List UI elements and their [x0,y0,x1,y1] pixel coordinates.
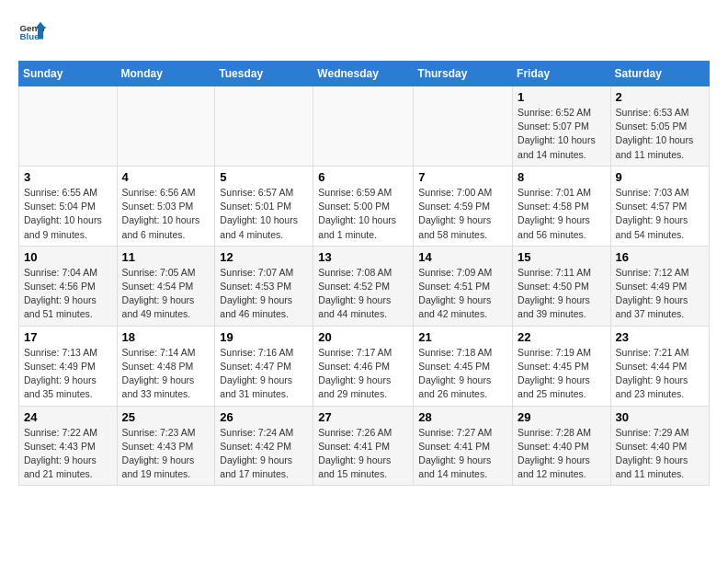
day-number: 2 [616,90,704,104]
day-number: 8 [518,170,606,184]
day-info: Sunrise: 6:53 AM Sunset: 5:05 PM Dayligh… [616,106,704,162]
calendar-table: SundayMondayTuesdayWednesdayThursdayFrid… [18,61,710,486]
day-info: Sunrise: 7:17 AM Sunset: 4:46 PM Dayligh… [318,346,408,402]
day-number: 5 [220,170,308,184]
day-info: Sunrise: 7:11 AM Sunset: 4:50 PM Dayligh… [518,266,606,322]
day-number: 28 [418,410,507,424]
day-info: Sunrise: 7:01 AM Sunset: 4:58 PM Dayligh… [518,186,606,242]
calendar-cell: 12Sunrise: 7:07 AM Sunset: 4:53 PM Dayli… [215,246,313,326]
calendar-cell: 19Sunrise: 7:16 AM Sunset: 4:47 PM Dayli… [215,326,313,406]
day-number: 11 [122,250,210,264]
calendar-cell: 20Sunrise: 7:17 AM Sunset: 4:46 PM Dayli… [313,326,414,406]
day-info: Sunrise: 7:16 AM Sunset: 4:47 PM Dayligh… [220,346,308,402]
calendar-cell: 28Sunrise: 7:27 AM Sunset: 4:41 PM Dayli… [414,406,513,486]
day-number: 14 [418,250,507,264]
day-info: Sunrise: 7:08 AM Sunset: 4:52 PM Dayligh… [318,266,408,322]
day-number: 25 [122,410,210,424]
calendar-cell: 2Sunrise: 6:53 AM Sunset: 5:05 PM Daylig… [610,86,709,167]
day-number: 10 [24,250,112,264]
day-info: Sunrise: 6:57 AM Sunset: 5:01 PM Dayligh… [220,186,308,242]
day-number: 29 [518,410,606,424]
calendar-cell [117,86,215,167]
calendar-cell: 7Sunrise: 7:00 AM Sunset: 4:59 PM Daylig… [414,166,513,246]
day-info: Sunrise: 7:21 AM Sunset: 4:44 PM Dayligh… [616,346,704,402]
day-info: Sunrise: 7:27 AM Sunset: 4:41 PM Dayligh… [418,426,507,482]
day-info: Sunrise: 7:05 AM Sunset: 4:54 PM Dayligh… [122,266,210,322]
day-of-week-header: Wednesday [313,62,414,86]
day-number: 1 [518,90,606,104]
day-number: 23 [616,330,704,344]
calendar-cell [215,86,313,167]
day-of-week-header: Saturday [610,62,709,86]
page-header: General Blue [18,18,710,46]
logo: General Blue [18,18,46,46]
calendar-cell: 14Sunrise: 7:09 AM Sunset: 4:51 PM Dayli… [414,246,513,326]
day-number: 17 [24,330,112,344]
day-number: 18 [122,330,210,344]
calendar-cell: 15Sunrise: 7:11 AM Sunset: 4:50 PM Dayli… [513,246,611,326]
calendar-cell: 3Sunrise: 6:55 AM Sunset: 5:04 PM Daylig… [19,166,118,246]
day-number: 4 [122,170,210,184]
calendar-cell: 30Sunrise: 7:29 AM Sunset: 4:40 PM Dayli… [610,406,709,486]
day-number: 6 [318,170,408,184]
calendar-week-row: 17Sunrise: 7:13 AM Sunset: 4:49 PM Dayli… [19,326,710,406]
calendar-cell: 22Sunrise: 7:19 AM Sunset: 4:45 PM Dayli… [513,326,611,406]
calendar-header-row: SundayMondayTuesdayWednesdayThursdayFrid… [19,62,710,86]
calendar-cell: 25Sunrise: 7:23 AM Sunset: 4:43 PM Dayli… [117,406,215,486]
day-info: Sunrise: 7:00 AM Sunset: 4:59 PM Dayligh… [418,186,507,242]
calendar-cell: 29Sunrise: 7:28 AM Sunset: 4:40 PM Dayli… [513,406,611,486]
day-info: Sunrise: 6:55 AM Sunset: 5:04 PM Dayligh… [24,186,112,242]
calendar-cell: 27Sunrise: 7:26 AM Sunset: 4:41 PM Dayli… [313,406,414,486]
calendar-cell: 16Sunrise: 7:12 AM Sunset: 4:49 PM Dayli… [610,246,709,326]
svg-text:Blue: Blue [20,31,40,41]
day-info: Sunrise: 7:12 AM Sunset: 4:49 PM Dayligh… [616,266,704,322]
day-of-week-header: Friday [513,62,611,86]
day-info: Sunrise: 6:59 AM Sunset: 5:00 PM Dayligh… [318,186,408,242]
day-info: Sunrise: 7:28 AM Sunset: 4:40 PM Dayligh… [518,426,606,482]
day-info: Sunrise: 7:29 AM Sunset: 4:40 PM Dayligh… [616,426,704,482]
day-number: 9 [616,170,704,184]
day-of-week-header: Sunday [19,62,118,86]
day-of-week-header: Monday [117,62,215,86]
day-info: Sunrise: 7:23 AM Sunset: 4:43 PM Dayligh… [122,426,210,482]
day-info: Sunrise: 7:03 AM Sunset: 4:57 PM Dayligh… [616,186,704,242]
calendar-cell: 13Sunrise: 7:08 AM Sunset: 4:52 PM Dayli… [313,246,414,326]
calendar-cell: 26Sunrise: 7:24 AM Sunset: 4:42 PM Dayli… [215,406,313,486]
calendar-week-row: 3Sunrise: 6:55 AM Sunset: 5:04 PM Daylig… [19,166,710,246]
day-of-week-header: Thursday [414,62,513,86]
day-number: 19 [220,330,308,344]
calendar-cell: 10Sunrise: 7:04 AM Sunset: 4:56 PM Dayli… [19,246,118,326]
day-number: 20 [318,330,408,344]
calendar-cell: 8Sunrise: 7:01 AM Sunset: 4:58 PM Daylig… [513,166,611,246]
calendar-week-row: 10Sunrise: 7:04 AM Sunset: 4:56 PM Dayli… [19,246,710,326]
day-info: Sunrise: 7:18 AM Sunset: 4:45 PM Dayligh… [418,346,507,402]
day-info: Sunrise: 7:07 AM Sunset: 4:53 PM Dayligh… [220,266,308,322]
day-info: Sunrise: 7:19 AM Sunset: 4:45 PM Dayligh… [518,346,606,402]
day-number: 26 [220,410,308,424]
calendar-cell: 17Sunrise: 7:13 AM Sunset: 4:49 PM Dayli… [19,326,118,406]
calendar-cell: 6Sunrise: 6:59 AM Sunset: 5:00 PM Daylig… [313,166,414,246]
day-info: Sunrise: 6:56 AM Sunset: 5:03 PM Dayligh… [122,186,210,242]
day-info: Sunrise: 7:26 AM Sunset: 4:41 PM Dayligh… [318,426,408,482]
calendar-cell: 21Sunrise: 7:18 AM Sunset: 4:45 PM Dayli… [414,326,513,406]
day-info: Sunrise: 7:04 AM Sunset: 4:56 PM Dayligh… [24,266,112,322]
day-number: 22 [518,330,606,344]
day-number: 12 [220,250,308,264]
calendar-cell [19,86,118,167]
calendar-cell: 5Sunrise: 6:57 AM Sunset: 5:01 PM Daylig… [215,166,313,246]
day-number: 24 [24,410,112,424]
day-number: 27 [318,410,408,424]
calendar-cell [414,86,513,167]
calendar-week-row: 24Sunrise: 7:22 AM Sunset: 4:43 PM Dayli… [19,406,710,486]
calendar-cell: 1Sunrise: 6:52 AM Sunset: 5:07 PM Daylig… [513,86,611,167]
calendar-cell: 24Sunrise: 7:22 AM Sunset: 4:43 PM Dayli… [19,406,118,486]
logo-icon: General Blue [18,18,46,46]
calendar-cell: 9Sunrise: 7:03 AM Sunset: 4:57 PM Daylig… [610,166,709,246]
day-number: 16 [616,250,704,264]
day-info: Sunrise: 7:09 AM Sunset: 4:51 PM Dayligh… [418,266,507,322]
day-info: Sunrise: 7:13 AM Sunset: 4:49 PM Dayligh… [24,346,112,402]
day-number: 13 [318,250,408,264]
day-info: Sunrise: 6:52 AM Sunset: 5:07 PM Dayligh… [518,106,606,162]
calendar-cell: 4Sunrise: 6:56 AM Sunset: 5:03 PM Daylig… [117,166,215,246]
day-of-week-header: Tuesday [215,62,313,86]
